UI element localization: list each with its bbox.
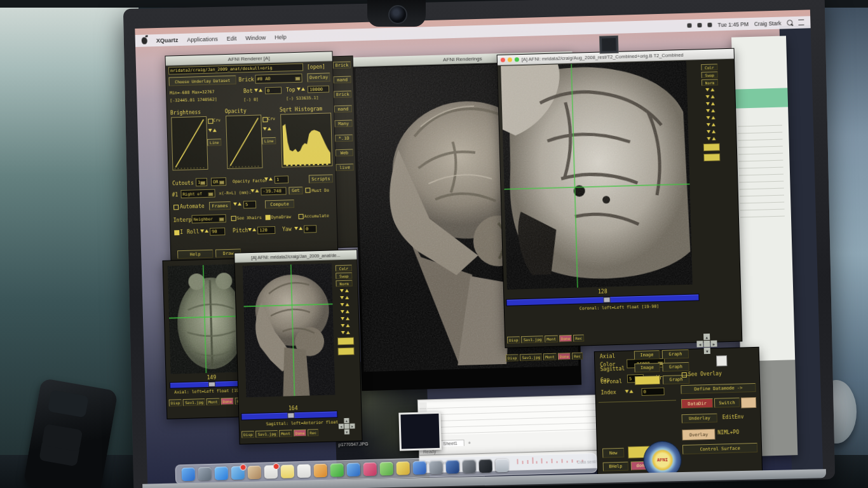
new-button[interactable]: New: [602, 448, 624, 458]
cutout-value[interactable]: -39.748: [261, 187, 286, 195]
coronal-button[interactable]: Rec: [573, 334, 584, 341]
dock-icon[interactable]: [198, 467, 212, 481]
pan-down-icon[interactable]: ▼: [704, 348, 710, 354]
desktop-file-thumbnail[interactable]: [398, 412, 442, 451]
niml-label[interactable]: NIML+PO: [717, 430, 739, 436]
menu-item-applications[interactable]: Applications: [187, 36, 218, 43]
bhelp-button[interactable]: BHelp: [603, 462, 628, 471]
spinner-down-icon[interactable]: [250, 189, 254, 193]
spinner-up-icon[interactable]: [269, 177, 273, 180]
plugin-strip-button[interactable]: Brick: [334, 91, 351, 98]
must-do-checkbox[interactable]: [305, 187, 310, 193]
frames-button[interactable]: Frames: [209, 201, 231, 210]
spinner-up-icon[interactable]: [268, 127, 271, 130]
spinner-down-icon[interactable]: [248, 228, 252, 231]
spinner-up-icon[interactable]: [346, 317, 349, 320]
yaw-value[interactable]: 0: [304, 225, 316, 233]
define-datamode-button[interactable]: Define Datamode ->: [681, 383, 756, 394]
sagittal-norm-button[interactable]: Norm: [336, 280, 352, 287]
spinner-up-icon[interactable]: [255, 189, 259, 193]
spinner-down-icon[interactable]: [233, 203, 237, 206]
coronal-side-button[interactable]: [703, 143, 720, 151]
coronal-swap-button[interactable]: Swap: [702, 71, 718, 78]
dock-icon[interactable]: [264, 465, 278, 479]
spinner-up-icon[interactable]: [238, 202, 241, 205]
sagittal-colr-button[interactable]: Colr: [336, 265, 352, 272]
overlay-tan-button[interactable]: Overlay: [682, 429, 715, 440]
interp-dropdown[interactable]: Neighbor: [192, 214, 226, 224]
spreadsheet-grid[interactable]: [427, 397, 621, 435]
pan-right-icon[interactable]: ▶: [349, 423, 355, 428]
menu-item-window[interactable]: Window: [245, 34, 266, 41]
spinner-down-icon[interactable]: [706, 109, 710, 112]
plugin-strip-button[interactable]: mand: [333, 76, 351, 84]
slider-thumb[interactable]: [287, 412, 294, 418]
pan-center[interactable]: [703, 341, 710, 347]
opacity-graph[interactable]: [226, 114, 262, 169]
frames-value[interactable]: 5: [243, 201, 256, 209]
pan-left-icon[interactable]: ◀: [696, 341, 703, 347]
wifi-icon[interactable]: [698, 23, 702, 27]
spotlight-icon[interactable]: [787, 20, 792, 25]
sagittal-button[interactable]: Rec: [308, 429, 318, 436]
close-icon[interactable]: [501, 58, 505, 62]
coronal-t2-image[interactable]: [501, 61, 693, 290]
spinner-up-icon[interactable]: [301, 88, 305, 91]
zoom-icon[interactable]: [515, 57, 519, 62]
spinner-up-icon[interactable]: [710, 88, 714, 92]
opacity-factor-value[interactable]: 1: [275, 175, 288, 184]
apple-icon[interactable]: [142, 37, 147, 44]
axial-button[interactable]: Disp: [169, 399, 182, 407]
dock-icon[interactable]: [231, 466, 245, 480]
accumulate-checkbox[interactable]: [299, 214, 304, 219]
bluetooth-icon[interactable]: [688, 24, 692, 28]
spinner-up-icon[interactable]: [711, 116, 715, 119]
sagittal-button[interactable]: Done: [294, 430, 307, 437]
view-graph-button[interactable]: Graph: [662, 362, 689, 372]
notification-center-icon[interactable]: [798, 20, 804, 25]
help-button[interactable]: Help: [177, 250, 213, 259]
spinner-down-icon[interactable]: [340, 289, 344, 292]
plugin-strip-button[interactable]: live: [336, 163, 353, 171]
coronal-slice-slider[interactable]: [506, 294, 699, 306]
spinner-up-icon[interactable]: [213, 128, 217, 132]
spinner-down-icon[interactable]: [341, 331, 345, 334]
xquartz-window-icon[interactable]: [599, 36, 619, 54]
index-value[interactable]: 0: [641, 388, 664, 396]
sagittal-button[interactable]: Sav1.jpg: [255, 430, 278, 438]
dock-icon[interactable]: [215, 466, 229, 480]
brick-dropdown[interactable]: #0 A0: [255, 74, 302, 84]
i-toggle-checkbox[interactable]: [174, 230, 179, 235]
sagittal-slice-slider[interactable]: [241, 410, 337, 420]
spinner-up-icon[interactable]: [711, 95, 715, 98]
renderer-open-tag[interactable]: [open]: [307, 64, 325, 71]
pan-up-icon[interactable]: ▲: [703, 334, 710, 340]
dock-icon[interactable]: [462, 459, 476, 473]
dock-icon[interactable]: [281, 464, 295, 478]
dock-icon[interactable]: [412, 461, 426, 475]
spinner-down-icon[interactable]: [200, 229, 204, 233]
spinner-down-icon[interactable]: [707, 130, 710, 133]
slider-thumb[interactable]: [603, 297, 610, 302]
spinner-up-icon[interactable]: [346, 310, 349, 313]
view-image-button[interactable]: Image: [635, 376, 660, 385]
renderings-button[interactable]: Done: [558, 353, 571, 360]
menu-item-edit[interactable]: Edit: [227, 35, 237, 41]
spinner-down-icon[interactable]: [294, 227, 298, 230]
sagittal-side-button[interactable]: [337, 348, 354, 356]
spinner-down-icon[interactable]: [705, 88, 709, 92]
spinner-up-icon[interactable]: [259, 88, 262, 92]
spinner-down-icon[interactable]: [254, 89, 258, 92]
spinner-down-icon[interactable]: [340, 296, 344, 299]
dock-icon[interactable]: [330, 463, 344, 477]
zoom-thumbnail[interactable]: [716, 355, 727, 366]
axial-button[interactable]: Done: [220, 398, 234, 405]
spinner-up-icon[interactable]: [711, 109, 715, 112]
menu-user[interactable]: Craig Stark: [754, 20, 782, 27]
automate-checkbox[interactable]: [173, 205, 179, 210]
plugin-strip-button[interactable]: Web: [336, 149, 353, 156]
sagittal-titlebar[interactable]: [A] AFNI: mridata2/craig/Jan_2009_anat/d…: [234, 250, 356, 262]
see-overlay-checkbox[interactable]: [682, 372, 687, 377]
spinner-down-icon[interactable]: [297, 88, 301, 91]
spinner-up-icon[interactable]: [712, 137, 715, 140]
